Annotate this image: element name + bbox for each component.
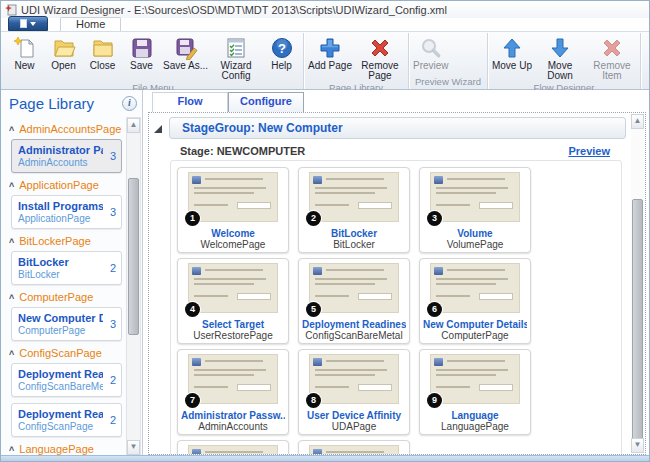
wizard-page-card-language[interactable]: 9 Language LanguagePage — [419, 349, 531, 435]
ribbon-button-label: New — [14, 61, 34, 71]
scrollbar-thumb[interactable] — [128, 178, 139, 335]
collapse-caret-icon: ˄ — [9, 294, 14, 300]
page-library-item-administrator-password[interactable]: Administrator Password AdminAccounts 3 — [11, 139, 122, 173]
ribbon-button-save[interactable]: Save — [122, 33, 161, 71]
wizard-page-type: UDAPage — [302, 421, 406, 432]
stage-group-header[interactable]: StageGroup: New Computer — [169, 117, 626, 139]
wizard-page-thumbnail: 9 — [430, 354, 520, 404]
remove-page-icon — [368, 35, 392, 60]
ribbon-button-label: Move Up — [492, 61, 532, 71]
wizard-page-card-new-computer-details[interactable]: 6 New Computer Details ComputerPage — [419, 258, 531, 344]
tab-home[interactable]: Home — [60, 17, 121, 31]
ribbon-button-wizard-config[interactable]: Wizard Config — [210, 33, 262, 81]
page-library-item-type: ConfigScanBareMetal — [18, 381, 103, 392]
wizard-page-card-install-programs[interactable]: 10 Install Programs ApplicationPage — [177, 440, 289, 454]
info-icon[interactable]: i — [122, 96, 137, 111]
page-library-group-header[interactable]: ˄ AdminAccountsPage — [9, 123, 123, 135]
page-library-item-deployment-readiness[interactable]: Deployment Readiness ConfigScanBareMetal… — [11, 363, 122, 397]
wizard-page-card-select-target[interactable]: 4 Select Target UserRestorePage — [177, 258, 289, 344]
wizard-page-type: ConfigScanBareMetal — [302, 330, 406, 341]
view-tab-configure[interactable]: Configure — [228, 92, 304, 113]
page-library-group-header[interactable]: ˄ ConfigScanPage — [9, 347, 123, 359]
view-tab-flow[interactable]: Flow — [152, 92, 228, 113]
help-icon: ? — [270, 35, 294, 60]
ribbon-button-move-up[interactable]: Move Up — [490, 33, 534, 71]
ribbon-button-label: Help — [271, 61, 292, 71]
stage-preview-link[interactable]: Preview — [568, 145, 610, 157]
page-number-badge: 6 — [427, 302, 442, 317]
flow-canvas: StageGroup: New Computer Stage: NEWCOMPU… — [148, 112, 646, 455]
wizard-page-type: WelcomePage — [181, 239, 285, 250]
page-library-item-title: Install Programs — [18, 200, 103, 212]
ribbon-button-move-down[interactable]: Move Down — [534, 33, 586, 81]
open-folder-icon — [52, 35, 76, 60]
sidebar-title: Page Library — [9, 95, 94, 112]
wizard-page-thumbnail: 1 — [188, 172, 278, 222]
wizard-page-card-deployment-readiness[interactable]: 5 Deployment Readiness ConfigScanBareMet… — [298, 258, 410, 344]
page-library-item-type: ComputerPage — [18, 325, 103, 336]
app-icon — [5, 4, 17, 16]
wizard-page-card-user-device-affinity[interactable]: 8 User Device Affinity UDAPage — [298, 349, 410, 435]
thumbnail-decoration-icon — [313, 358, 322, 366]
ribbon-button-remove-item[interactable]: Remove Item — [586, 33, 638, 81]
ribbon-button-label: Wizard Config — [212, 61, 260, 81]
scrollbar-thumb[interactable] — [632, 199, 643, 441]
scroll-up-button[interactable]: ▲ — [127, 118, 140, 133]
ribbon-button-save-as[interactable]: Save As... — [161, 33, 210, 71]
app-window: UDI Wizard Designer - E:\Sources\OSD\MDT… — [0, 0, 650, 462]
ribbon-button-new[interactable]: New — [5, 33, 44, 71]
collapse-caret-icon: ˄ — [9, 446, 14, 452]
wizard-page-card-summary[interactable]: 11 Summary SummaryPage — [298, 440, 410, 454]
collapse-caret-icon: ˄ — [9, 182, 14, 188]
page-library-item-install-programs[interactable]: Install Programs ApplicationPage 3 — [11, 195, 122, 229]
collapse-expander-icon[interactable] — [154, 125, 162, 133]
page-library-group-adminaccountspage: ˄ AdminAccountsPage Administrator Passwo… — [9, 123, 123, 173]
preview-icon — [419, 35, 443, 60]
page-library-group-header[interactable]: ˄ ComputerPage — [9, 291, 123, 303]
chevron-down-icon — [30, 22, 36, 26]
stage-page-grid: 1 Welcome WelcomePage 2 BitLocker BitLoc… — [170, 160, 622, 454]
page-library-item-type: ApplicationPage — [18, 213, 103, 224]
page-library-group-name: ApplicationPage — [19, 179, 99, 191]
page-library-group-header[interactable]: ˄ BitLockerPage — [9, 235, 123, 247]
page-library-item-title: Deployment Readiness — [18, 408, 103, 420]
page-library-sidebar: Page Library i ˄ AdminAccountsPage Admin… — [1, 90, 143, 457]
wizard-page-title: BitLocker — [302, 228, 406, 239]
scroll-down-button[interactable]: ▼ — [127, 440, 140, 455]
wizard-page-title: Welcome — [181, 228, 285, 239]
wizard-page-card-bitlocker[interactable]: 2 BitLocker BitLocker — [298, 167, 410, 253]
page-library-item-new-computer-details[interactable]: New Computer Details ComputerPage 3 — [11, 307, 122, 341]
ribbon-button-remove-page[interactable]: Remove Page — [354, 33, 406, 81]
wizard-page-thumbnail: 6 — [430, 263, 520, 313]
ribbon-tab-strip: Home — [1, 18, 649, 31]
ribbon-button-close[interactable]: Close — [83, 33, 122, 71]
page-library-group-header[interactable]: ˄ LanguagePage — [9, 443, 123, 455]
close-folder-icon — [91, 35, 115, 60]
ribbon-button-add-page[interactable]: Add Page — [306, 33, 354, 71]
page-number-badge: 1 — [185, 211, 200, 226]
ribbon-group-file-menu: New Open Close Save Save As... Wizard Co… — [3, 33, 304, 89]
page-library-item-deployment-readiness[interactable]: Deployment Readiness ConfigScanPage 2 — [11, 403, 122, 437]
page-library-group-applicationpage: ˄ ApplicationPage Install Programs Appli… — [9, 179, 123, 229]
ribbon-button-open[interactable]: Open — [44, 33, 83, 71]
wizard-page-card-welcome[interactable]: 1 Welcome WelcomePage — [177, 167, 289, 253]
ribbon-button-label: Preview — [413, 61, 449, 71]
page-library-item-bitlocker[interactable]: BitLocker BitLocker 2 — [11, 251, 122, 285]
application-menu-button[interactable] — [8, 16, 48, 31]
scroll-up-button[interactable]: ▲ — [631, 114, 644, 129]
page-library-group-header[interactable]: ˄ ApplicationPage — [9, 179, 123, 191]
page-library-item-count: 3 — [110, 206, 116, 218]
wizard-page-card-administrator-passw[interactable]: 7 Administrator Passw... AdminAccounts — [177, 349, 289, 435]
ribbon-button-help[interactable]: ? Help — [262, 33, 301, 71]
canvas-scrollbar[interactable]: ▲ ▼ — [631, 114, 644, 453]
ribbon-group-preview-wizard: Preview Preview Wizard — [409, 33, 488, 89]
stage-group-row: StageGroup: New Computer — [154, 117, 626, 139]
page-library-item-count: 3 — [110, 150, 116, 162]
sidebar-scrollbar[interactable]: ▲ ▼ — [126, 117, 141, 456]
page-library-item-type: BitLocker — [18, 269, 103, 280]
scroll-down-button[interactable]: ▼ — [631, 438, 644, 453]
wizard-page-card-volume[interactable]: 3 Volume VolumePage — [419, 167, 531, 253]
ribbon-button-preview[interactable]: Preview — [411, 33, 451, 71]
title-bar: UDI Wizard Designer - E:\Sources\OSD\MDT… — [1, 1, 649, 18]
page-library-group-name: BitLockerPage — [19, 235, 91, 247]
